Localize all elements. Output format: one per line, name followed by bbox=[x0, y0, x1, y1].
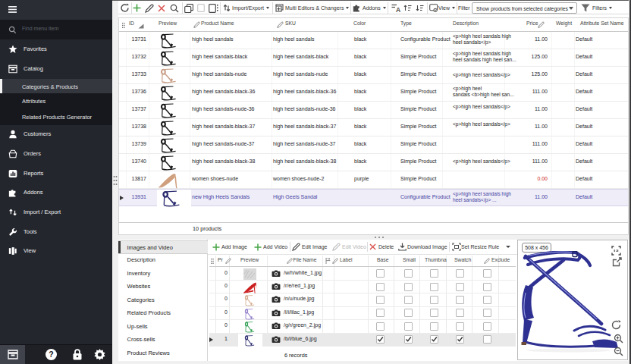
svg-text:A: A bbox=[396, 6, 400, 13]
svg-text:?: ? bbox=[49, 350, 53, 359]
